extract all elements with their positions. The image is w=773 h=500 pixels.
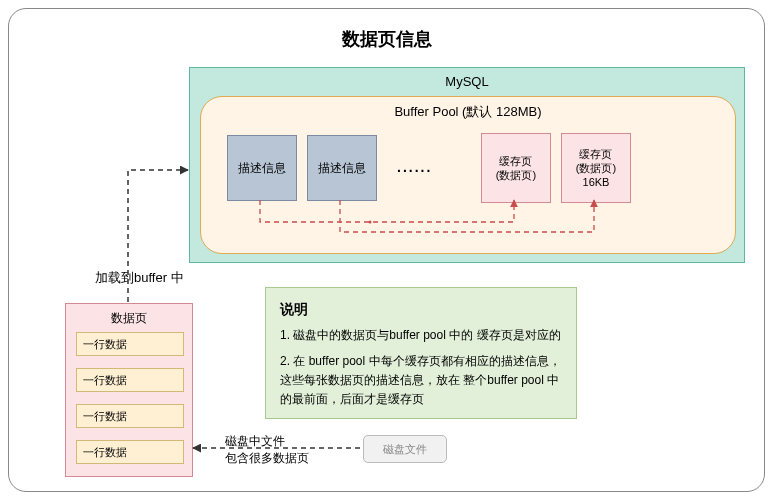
disk-file-text: 磁盘中文件包含很多数据页 bbox=[225, 433, 309, 467]
diagram-frame: 数据页信息 MySQL Buffer Pool (默认 128MB) 描述信息 … bbox=[8, 8, 765, 492]
diagram-title: 数据页信息 bbox=[9, 27, 764, 51]
cache-page-2: 缓存页(数据页)16KB bbox=[561, 133, 631, 203]
data-row-4: 一行数据 bbox=[76, 440, 184, 464]
mysql-container: MySQL Buffer Pool (默认 128MB) 描述信息 描述信息 .… bbox=[189, 67, 745, 263]
explanation-title: 说明 bbox=[280, 298, 562, 320]
buffer-pool-container: Buffer Pool (默认 128MB) 描述信息 描述信息 ...... … bbox=[200, 96, 736, 254]
data-row-1: 一行数据 bbox=[76, 332, 184, 356]
disk-file-block: 磁盘文件 bbox=[363, 435, 447, 463]
buffer-pool-label: Buffer Pool (默认 128MB) bbox=[201, 103, 735, 121]
description-block-1: 描述信息 bbox=[227, 135, 297, 201]
data-page-label: 数据页 bbox=[66, 310, 192, 327]
cache-page-1: 缓存页(数据页) bbox=[481, 133, 551, 203]
description-block-2: 描述信息 bbox=[307, 135, 377, 201]
data-page-container: 数据页 一行数据 一行数据 一行数据 一行数据 bbox=[65, 303, 193, 477]
explanation-box: 说明 1. 磁盘中的数据页与buffer pool 中的 缓存页是对应的 2. … bbox=[265, 287, 577, 419]
mysql-label: MySQL bbox=[190, 74, 744, 89]
data-row-3: 一行数据 bbox=[76, 404, 184, 428]
load-to-buffer-label: 加载到buffer 中 bbox=[95, 269, 184, 287]
ellipsis: ...... bbox=[397, 159, 432, 175]
data-row-2: 一行数据 bbox=[76, 368, 184, 392]
explanation-p2: 2. 在 buffer pool 中每个缓存页都有相应的描述信息，这些每张数据页… bbox=[280, 352, 562, 410]
explanation-p1: 1. 磁盘中的数据页与buffer pool 中的 缓存页是对应的 bbox=[280, 326, 562, 345]
